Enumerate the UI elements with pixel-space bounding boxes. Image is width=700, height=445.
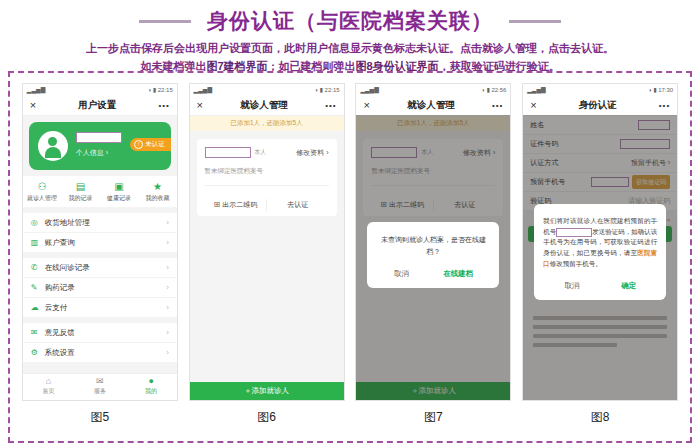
title-left-line <box>139 20 191 23</box>
redacted-user-name <box>76 132 122 143</box>
nav-title: 就诊人管理 <box>240 99 288 112</box>
go-auth-button[interactable]: 去认证 <box>267 200 329 210</box>
dialog-buttons: 取消 在线建档 <box>376 269 490 279</box>
figure-7-caption: 图7 <box>424 409 443 426</box>
tab-bar: ⌂ 首页 ✉ 服务 ● 我的 <box>23 373 177 400</box>
show-qr-button[interactable]: ⊞出示二维码 <box>205 200 267 210</box>
screenshots-panel: ▂▃▅▇ ◑ ▮ 22:15 × 用户设置 ••• 个人信息 › ! 未认证 <box>8 71 692 443</box>
more-icon[interactable]: ••• <box>492 101 503 110</box>
shortcut-patient-management[interactable]: ⚇ 就诊人管理 <box>23 181 62 203</box>
edit-profile-link[interactable]: 修改资料 › <box>296 148 328 158</box>
add-patient-button[interactable]: ＋ 添加就诊人 <box>190 382 344 400</box>
home-icon: ⌂ <box>23 377 74 387</box>
service-icon: ✉ <box>74 377 125 387</box>
more-icon[interactable]: ••• <box>158 101 169 110</box>
chevron-right-icon: › <box>166 283 169 292</box>
patient-card-header: 本人 修改资料 › <box>205 147 329 158</box>
title-right-line <box>509 20 561 23</box>
more-icon[interactable]: ••• <box>325 101 336 110</box>
people-icon: ⚇ <box>23 181 62 192</box>
confirm-button[interactable]: 确定 <box>621 281 636 291</box>
records-icon: ▤ <box>61 181 100 192</box>
dialog-message: 未查询到就诊人档案，是否在线建档？ <box>376 234 490 258</box>
dialog-message: 我们将对该就诊人在医院建档预留的手机号发送验证码，如确认该手机号为在用号码，可获… <box>543 216 657 270</box>
figure-6-column: ▂▃▅▇ ◑ ▮ 22:15 × 就诊人管理 ••• 已添加1人，还能添加5人 … <box>190 84 344 426</box>
unverified-badge[interactable]: ! 未认证 <box>130 138 171 151</box>
create-record-dialog: 未查询到就诊人档案，是否在线建档？ 取消 在线建档 <box>367 222 499 288</box>
nav-title: 身份认证 <box>579 99 617 112</box>
close-icon[interactable]: × <box>197 100 203 111</box>
cloud-pay-icon: ☁ <box>31 303 45 312</box>
chevron-right-icon: › <box>166 328 169 337</box>
patient-card[interactable]: 本人 修改资料 › 暂未绑定医院档案号 ⊞出示二维码 去认证 <box>197 139 337 216</box>
profile-info-link[interactable]: 个人信息 › <box>76 148 108 158</box>
figure-6-caption: 图6 <box>257 409 276 426</box>
status-time: 22:15 <box>325 87 340 93</box>
status-right: ◑ ▮ 22:15 <box>148 86 173 93</box>
badge-label: 未认证 <box>145 140 165 149</box>
create-online-button[interactable]: 在线建档 <box>443 269 473 279</box>
no-record-text: 暂未绑定医院档案号 <box>205 167 329 186</box>
avatar <box>38 131 68 161</box>
gear-icon: ⚙ <box>31 348 45 357</box>
redacted-dialog-phone <box>556 228 592 237</box>
status-bar: ▂▃▅▇ ◑ ▮ 22:56 <box>356 84 510 95</box>
list-item-address[interactable]: ◎ 收货地址管理 › <box>23 213 177 233</box>
close-icon[interactable]: × <box>30 100 36 111</box>
list-item-medicine-records[interactable]: ✎ 购药记录 › <box>23 278 177 298</box>
nav-bar: × 就诊人管理 ••• <box>356 95 510 116</box>
figure-7-column: ▂▃▅▇ ◑ ▮ 22:56 × 就诊人管理 ••• 已添加1人，还能添加5人 … <box>356 84 510 426</box>
avatar-head <box>48 137 57 146</box>
cancel-button[interactable]: 取消 <box>564 281 579 291</box>
signal-icon: ▂▃▅▇ <box>27 86 45 93</box>
status-bar: ▂▃▅▇ ◑ ▮ 17:30 <box>523 84 677 95</box>
status-time: 22:15 <box>158 87 173 93</box>
list-item-online-consult[interactable]: ✆ 在线问诊记录 › <box>23 258 177 278</box>
avatar-body <box>45 147 61 158</box>
list-item-cloud-pay[interactable]: ☁ 云支付 › <box>23 298 177 317</box>
chevron-right-icon: › <box>166 303 169 312</box>
list-item-account-query[interactable]: ▥ 账户查询 › <box>23 233 177 252</box>
cancel-button[interactable]: 取消 <box>394 269 409 279</box>
page-header: 身份认证（与医院档案关联） <box>0 0 700 35</box>
close-icon[interactable]: × <box>530 100 536 111</box>
tab-mine[interactable]: ● 我的 <box>125 374 176 400</box>
signal-icon: ▂▃▅▇ <box>194 86 212 93</box>
tab-service[interactable]: ✉ 服务 <box>74 374 125 400</box>
list-group-3: ✉ 意见反馈 › ⚙ 系统设置 › <box>23 323 177 362</box>
added-count-banner: 已添加1人，还能添加5人 <box>190 116 344 131</box>
figure-5-column: ▂▃▅▇ ◑ ▮ 22:15 × 用户设置 ••• 个人信息 › ! 未认证 <box>23 84 177 426</box>
plus-icon: ＋ <box>244 386 252 396</box>
figure-8-column: ▂▃▅▇ ◑ ▮ 17:30 × 身份认证 ••• 姓名 证件号码 认证方式 预… <box>523 84 677 426</box>
patient-card-actions: ⊞出示二维码 去认证 <box>205 194 329 216</box>
alert-icon: ! <box>134 140 143 149</box>
folder-icon: ▣ <box>100 181 139 192</box>
close-icon[interactable]: × <box>363 100 369 111</box>
battery-icon: ◑ ▮ <box>648 87 657 93</box>
redacted-patient-name <box>205 147 251 158</box>
chat-icon: ✆ <box>31 263 45 272</box>
status-time: 17:30 <box>658 87 673 93</box>
shortcut-favorites[interactable]: ★ 我的收藏 <box>138 181 177 203</box>
page-title: 身份认证（与医院档案关联） <box>207 7 493 35</box>
status-bar: ▂▃▅▇ ◑ ▮ 22:15 <box>23 84 177 95</box>
list-item-system-settings[interactable]: ⚙ 系统设置 › <box>23 343 177 362</box>
shortcut-health-records[interactable]: ▣ 健康记录 <box>100 181 139 203</box>
tab-home[interactable]: ⌂ 首页 <box>23 374 74 400</box>
person-icon: ● <box>125 377 176 387</box>
phone-4-identity-auth: ▂▃▅▇ ◑ ▮ 17:30 × 身份认证 ••• 姓名 证件号码 认证方式 预… <box>523 84 677 400</box>
figure-8-caption: 图8 <box>591 409 610 426</box>
battery-icon: ◑ ▮ <box>314 87 323 93</box>
shortcut-my-records[interactable]: ▤ 我的记录 <box>61 181 100 203</box>
list-item-feedback[interactable]: ✉ 意见反馈 › <box>23 323 177 343</box>
sms-code-dialog: 我们将对该就诊人在医院建档预留的手机号发送验证码，如确认该手机号为在用号码，可获… <box>534 204 666 300</box>
profile-card[interactable]: 个人信息 › ! 未认证 <box>29 122 171 170</box>
qr-icon: ⊞ <box>213 200 220 209</box>
nav-bar: × 身份认证 ••• <box>523 95 677 116</box>
figure-5-caption: 图5 <box>90 409 109 426</box>
feedback-icon: ✉ <box>31 328 45 337</box>
chevron-right-icon: › <box>166 263 169 272</box>
more-icon[interactable]: ••• <box>659 101 670 110</box>
battery-icon: ◑ ▮ <box>148 87 157 93</box>
instruction-line-1: 上一步点击保存后会出现用户设置页面，此时用户信息显示黄色标志未认证。点击就诊人管… <box>0 41 700 56</box>
